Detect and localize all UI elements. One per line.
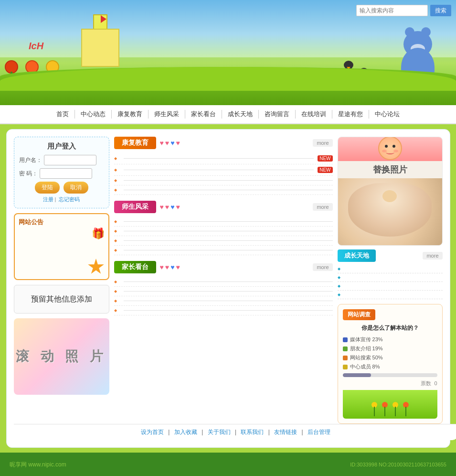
ss-heart-2: ♥ <box>165 203 169 211</box>
growth-header: 成长天地 more <box>338 249 443 262</box>
votes-label: 票数 <box>421 380 431 386</box>
meadow-flower-stem-3 <box>395 407 396 416</box>
ss-heart-1: ♥ <box>160 203 164 211</box>
baby-photo-label: 替换照片 <box>338 161 442 178</box>
heart-1: ♥ <box>160 139 164 147</box>
footer-links: 设为首页 | 加入收藏 | 关于我们 | 联系我们 | 友情链接 | 后台管理 <box>14 424 456 440</box>
kangfu-more[interactable]: more <box>313 139 332 147</box>
mid-panel: 康复教育 ♥ ♥ ♥ ♥ more NEW NEW <box>114 137 333 424</box>
growth-item-1[interactable] <box>338 265 443 273</box>
item-line-2 <box>124 170 314 170</box>
shisheng-more[interactable]: more <box>313 203 332 211</box>
cartoon-eye-left <box>385 145 388 148</box>
castle-body <box>81 29 119 67</box>
shisheng-items <box>114 217 333 255</box>
cartoon-eye-right <box>392 145 395 148</box>
meadow-flower-1 <box>371 402 377 416</box>
footer-link-home[interactable]: 设为首页 <box>141 429 164 435</box>
footer-link-friends[interactable]: 友情链接 <box>274 429 297 435</box>
nav-item-growth[interactable]: 成长天地 <box>222 110 259 119</box>
password-label: 密 码： <box>19 170 38 178</box>
rolling-photo-box: 滚 动 照 片 <box>14 318 109 395</box>
new-badge-1: NEW <box>318 155 332 162</box>
baby-photo-image <box>338 178 442 245</box>
meadow-flower-2 <box>382 402 388 416</box>
kangfu-hearts: ♥ ♥ ♥ ♥ <box>160 139 180 147</box>
survey-question: 你是怎么了解本站的？ <box>343 324 437 332</box>
ich-text: IcH <box>29 41 43 52</box>
shisheng-header: 师生风采 ♥ ♥ ♥ ♥ more <box>114 201 333 213</box>
cartoon-face <box>378 137 402 160</box>
jiazhang-header: 家长看台 ♥ ♥ ♥ ♥ more <box>114 261 333 273</box>
kangfu-item-2[interactable]: NEW <box>114 164 333 176</box>
username-input[interactable] <box>44 155 96 165</box>
survey-option-1: 媒体宣传 23% <box>343 336 437 343</box>
survey-label-3: 网站搜索 50% <box>350 354 383 361</box>
shisheng-item-4[interactable] <box>114 246 333 255</box>
growth-item-2[interactable] <box>338 273 443 282</box>
growth-item-3[interactable] <box>338 282 443 291</box>
nav-item-home[interactable]: 首页 <box>51 110 75 119</box>
jiazhang-item-4[interactable] <box>114 306 333 315</box>
jiazhang-more[interactable]: more <box>313 263 332 271</box>
ss-line-3 <box>124 240 333 241</box>
nav-item-consult[interactable]: 咨询留言 <box>259 110 296 119</box>
jz-heart-2: ♥ <box>165 263 169 271</box>
kangfu-item-4[interactable] <box>114 185 333 195</box>
footer-link-about[interactable]: 关于我们 <box>208 429 231 435</box>
notice-title: 网站公告 <box>19 218 105 227</box>
footer-link-bookmark[interactable]: 加入收藏 <box>174 429 197 435</box>
ss-line-1 <box>124 221 333 222</box>
jiazhang-item-3[interactable] <box>114 296 333 306</box>
nav-item-shisheng[interactable]: 师生风采 <box>148 110 185 119</box>
item-line-3 <box>124 180 333 181</box>
watermark-site: 昵享网 www.nipic.com <box>10 461 66 469</box>
survey-label-4: 中心成员 8% <box>350 363 380 370</box>
survey-label-1: 媒体宣传 23% <box>350 336 383 343</box>
search-input[interactable] <box>356 5 428 16</box>
survey-title: 网站调查 <box>343 309 375 320</box>
search-button[interactable]: 搜索 <box>430 5 451 16</box>
jiazhang-hearts: ♥ ♥ ♥ ♥ <box>160 263 180 271</box>
jiazhang-item-2[interactable] <box>114 287 333 296</box>
baby-photo-box: 替换照片 <box>338 137 443 246</box>
reserve-box: 预留其他信息添加 <box>14 285 109 314</box>
nav-item-news[interactable]: 中心动态 <box>75 110 112 119</box>
footer-link-contact[interactable]: 联系我们 <box>241 429 264 435</box>
growth-item-4[interactable] <box>338 291 443 299</box>
shisheng-item-3[interactable] <box>114 236 333 246</box>
cartoon-face-container <box>378 137 402 162</box>
meadow-flower-stem-4 <box>405 407 406 416</box>
survey-option-3: 网站搜索 50% <box>343 354 437 361</box>
nav-item-star[interactable]: 星途有您 <box>332 110 369 119</box>
right-panel: 替换照片 成长天地 more <box>338 137 443 424</box>
nav-item-kangfu[interactable]: 康复教育 <box>112 110 148 119</box>
kangfu-item-3[interactable] <box>114 176 333 185</box>
main-navigation: 首页 中心动态 康复教育 师生风采 家长看台 成长天地 咨询留言 在线培训 星途… <box>0 105 456 124</box>
bear-ear-left <box>405 27 414 37</box>
forgot-link[interactable]: 忘记密码 <box>59 196 80 202</box>
jiazhang-tag: 家长看台 <box>114 261 156 273</box>
baby-face <box>382 190 397 202</box>
login-links: 注册| 忘记密码 <box>19 196 104 203</box>
bear-ear-right <box>421 27 431 37</box>
nav-item-forum[interactable]: 中心论坛 <box>369 110 405 119</box>
footer-link-admin[interactable]: 后台管理 <box>308 429 330 435</box>
watermark-bar: 昵享网 www.nipic.com ID:3033998 NO:20100302… <box>0 453 456 476</box>
password-row: 密 码： <box>19 168 104 179</box>
shisheng-item-1[interactable] <box>114 217 333 227</box>
kangfu-items: NEW NEW <box>114 153 333 195</box>
register-link[interactable]: 注册 <box>43 196 53 202</box>
password-input[interactable] <box>40 168 92 179</box>
heart-4: ♥ <box>176 139 180 147</box>
nav-item-jiazhang[interactable]: 家长看台 <box>185 110 222 119</box>
login-button[interactable]: 登陆 <box>35 182 60 194</box>
shisheng-item-2[interactable] <box>114 227 333 236</box>
growth-more[interactable]: more <box>423 252 442 260</box>
jiazhang-item-1[interactable] <box>114 277 333 287</box>
username-label: 用户名： <box>19 156 42 164</box>
cancel-button[interactable]: 取消 <box>64 182 88 194</box>
survey-option-4: 中心成员 8% <box>343 363 437 370</box>
nav-item-training[interactable]: 在线培训 <box>296 110 332 119</box>
kangfu-item-1[interactable]: NEW <box>114 153 333 164</box>
